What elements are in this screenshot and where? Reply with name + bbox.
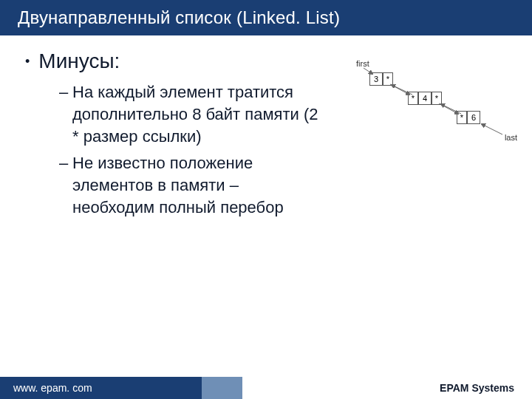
sub-list: На каждый элемент тратится дополнительно… [59,81,325,219]
sub-item-text: На каждый элемент тратится дополнительно… [72,83,318,146]
svg-line-5 [482,124,502,134]
footer: www. epam. com EPAM Systems [0,377,532,399]
bullet-marker: • [25,49,30,74]
svg-line-3 [439,103,458,114]
title-text: Двунаправленный список (Linked. List) [18,7,340,27]
svg-line-2 [392,85,412,95]
bullet-text: Минусы: [38,49,120,74]
sub-item: На каждый элемент тратится дополнительно… [59,81,325,148]
sub-item-text: Не известно положение элементов в памяти… [72,154,284,216]
arrows [349,59,519,163]
footer-divider [202,377,242,399]
linked-list-diagram: first last 3 * * 4 * * 6 [349,59,519,163]
footer-brand-text: EPAM Systems [440,382,514,394]
svg-line-0 [364,68,372,74]
svg-line-4 [441,104,461,114]
footer-url: www. epam. com [0,377,202,399]
slide-title: Двунаправленный список (Linked. List) [0,0,532,35]
footer-brand: EPAM Systems [242,377,532,399]
footer-url-text: www. epam. com [13,382,92,394]
sub-item: Не известно положение элементов в памяти… [59,152,325,219]
